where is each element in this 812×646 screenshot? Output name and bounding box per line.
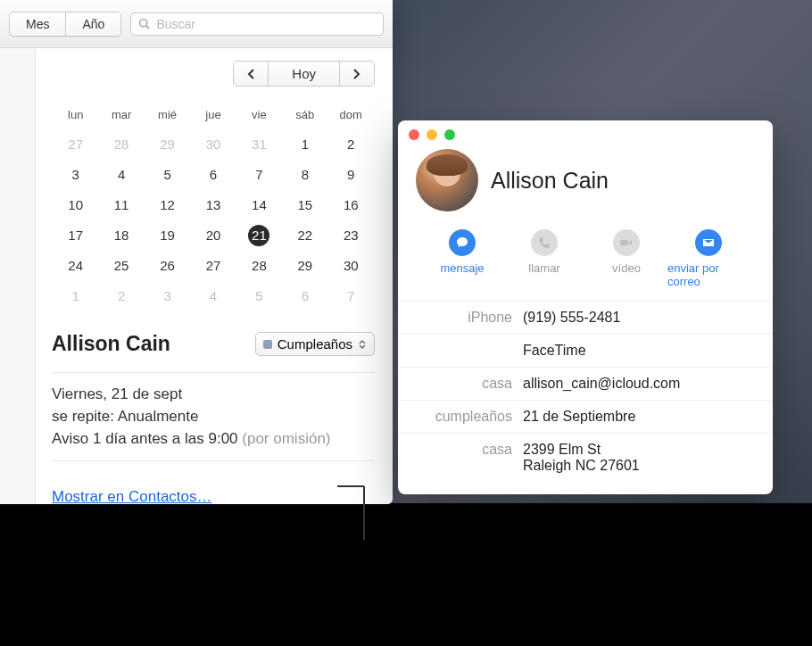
calendar-day[interactable]: 5 [237, 282, 281, 311]
view-segmented-control[interactable]: Mes Año [9, 12, 121, 37]
calendar-day[interactable]: 1 [283, 130, 327, 159]
event-alert-text: Aviso 1 día antes a las 9:00 [52, 430, 238, 447]
phone-row[interactable]: iPhone (919) 555-2481 [398, 301, 773, 334]
calendar-day[interactable]: 13 [191, 191, 235, 219]
calendar-day[interactable]: 31 [237, 130, 281, 159]
calendar-window: Mes Año Hoy lunmarmiéj [0, 0, 393, 504]
calendar-day[interactable]: 28 [99, 130, 143, 159]
caption-area [0, 503, 812, 646]
calendar-day[interactable]: 7 [237, 161, 281, 189]
view-month-button[interactable]: Mes [10, 12, 66, 36]
calendar-day[interactable]: 27 [191, 252, 235, 280]
calendar-day[interactable]: 21 [237, 221, 281, 250]
birthday-label: cumpleaños [414, 409, 512, 425]
calendar-day[interactable]: 10 [54, 191, 97, 219]
event-repeat: se repite: Anualmente [52, 408, 375, 426]
weekday-header: dom [329, 104, 373, 128]
show-in-contacts-link[interactable]: Mostrar en Contactos… [52, 488, 212, 504]
calendar-inspector: Hoy lunmarmiéjueviesábdom 27282930311234… [36, 48, 393, 504]
email-row[interactable]: casa allison_cain@icloud.com [398, 367, 773, 400]
calendar-day[interactable]: 29 [283, 252, 327, 280]
calendar-day[interactable]: 28 [237, 252, 281, 280]
birthday-value: 21 de Septiembre [523, 409, 635, 425]
facetime-row[interactable]: FaceTime [398, 334, 773, 367]
video-icon [619, 236, 634, 250]
calendar-day[interactable]: 4 [191, 282, 235, 311]
calendar-day[interactable]: 17 [54, 221, 97, 250]
message-action[interactable]: mensaje [421, 229, 503, 288]
today-button[interactable]: Hoy [269, 62, 340, 86]
calendar-select-label: Cumpleaños [278, 336, 352, 352]
calendar-day[interactable]: 15 [283, 191, 327, 219]
view-year-button[interactable]: Año [66, 12, 120, 36]
contact-actions: mensaje llamar vídeo enviar por correo [398, 226, 773, 301]
search-input[interactable] [156, 17, 376, 31]
address-row[interactable]: casa 2399 Elm St Raleigh NC 27601 [398, 433, 773, 482]
calendar-toolbar: Mes Año [0, 0, 393, 48]
chevron-updown-icon [358, 340, 367, 349]
calendar-day[interactable]: 3 [54, 161, 97, 189]
phone-value: (919) 555-2481 [523, 310, 620, 326]
weekday-header: lun [54, 104, 97, 128]
calendar-day[interactable]: 2 [329, 130, 373, 159]
zoom-window-button[interactable] [444, 129, 455, 140]
calendar-day[interactable]: 7 [329, 282, 373, 311]
search-icon [138, 18, 151, 30]
email-value: allison_cain@icloud.com [523, 376, 680, 392]
next-month-button[interactable] [340, 62, 374, 86]
calendar-day[interactable]: 22 [283, 221, 327, 250]
mini-calendar-nav: Hoy [52, 61, 375, 87]
chevron-right-icon [352, 69, 361, 79]
weekday-header: mié [145, 104, 189, 128]
calendar-day[interactable]: 24 [54, 252, 97, 280]
calendar-day[interactable]: 18 [99, 221, 143, 250]
email-label: enviar por correo [667, 261, 750, 288]
address-line1: 2399 Elm St [523, 442, 640, 458]
calendar-day[interactable]: 14 [237, 191, 281, 219]
calendar-color-dot [263, 340, 272, 349]
calendar-day[interactable]: 25 [99, 252, 143, 280]
mini-calendar[interactable]: lunmarmiéjueviesábdom 272829303112345678… [52, 103, 375, 312]
phone-label: iPhone [414, 310, 512, 326]
close-window-button[interactable] [409, 129, 419, 140]
email-action[interactable]: enviar por correo [667, 229, 750, 288]
calendar-day[interactable]: 5 [145, 161, 189, 189]
address-line2: Raleigh NC 27601 [523, 458, 640, 474]
calendar-day[interactable]: 27 [54, 130, 97, 159]
calendar-day[interactable]: 12 [145, 191, 189, 219]
calendar-day[interactable]: 2 [99, 282, 143, 311]
message-label: mensaje [440, 261, 484, 275]
minimize-window-button[interactable] [427, 129, 437, 140]
weekday-header: jue [191, 104, 235, 128]
calendar-day[interactable]: 30 [191, 130, 235, 159]
calendar-day[interactable]: 8 [283, 161, 327, 189]
calendar-day[interactable]: 29 [145, 130, 189, 159]
call-action[interactable]: llamar [503, 229, 585, 288]
callout-line [363, 486, 365, 540]
calendar-day[interactable]: 23 [329, 221, 373, 250]
prev-month-button[interactable] [234, 62, 269, 86]
calendar-day[interactable]: 6 [191, 161, 235, 189]
calendar-day[interactable]: 1 [54, 282, 97, 311]
calendar-day[interactable]: 9 [329, 161, 373, 189]
calendar-day[interactable]: 6 [283, 282, 327, 311]
video-action[interactable]: vídeo [585, 229, 667, 288]
calendar-day[interactable]: 11 [99, 191, 143, 219]
event-date: Viernes, 21 de sept [52, 385, 375, 403]
calendar-day[interactable]: 4 [99, 161, 143, 189]
address-value: 2399 Elm St Raleigh NC 27601 [523, 442, 640, 474]
calendar-day[interactable]: 26 [145, 252, 189, 280]
calendar-day[interactable]: 20 [191, 221, 235, 250]
search-field[interactable] [130, 12, 384, 36]
event-calendar-select[interactable]: Cumpleaños [255, 332, 375, 356]
calendar-day[interactable]: 30 [329, 252, 373, 280]
contact-name: Allison Cain [491, 168, 609, 194]
weekday-header: vie [237, 104, 281, 128]
calendar-day[interactable]: 19 [145, 221, 189, 250]
calendar-day[interactable]: 16 [329, 191, 373, 219]
birthday-row[interactable]: cumpleaños 21 de Septiembre [398, 400, 773, 433]
calendar-day[interactable]: 3 [145, 282, 189, 311]
email-label: casa [414, 376, 512, 392]
event-alert-default: (por omisión) [242, 430, 330, 447]
address-label: casa [414, 442, 512, 458]
